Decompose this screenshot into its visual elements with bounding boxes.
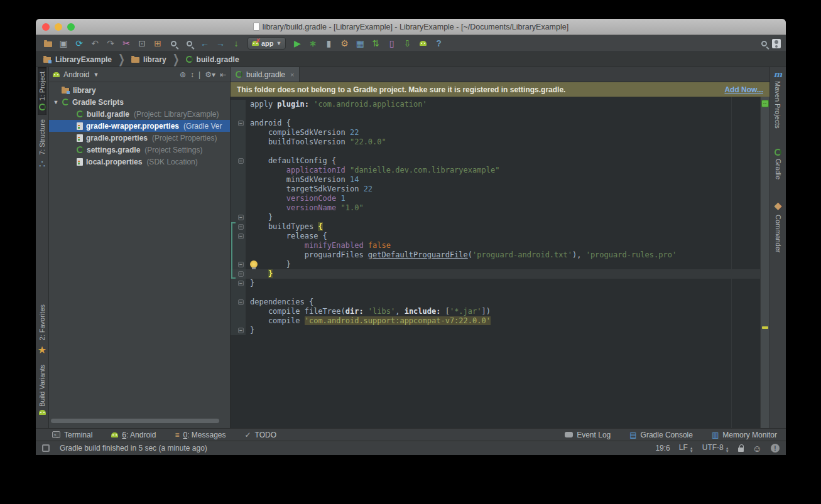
back-icon[interactable]: ←	[198, 37, 212, 50]
breadcrumb-item-build.gradle[interactable]: build.gradle	[185, 55, 241, 64]
project-view-selector[interactable]: Android	[63, 70, 89, 79]
code-line-6[interactable]	[231, 147, 760, 156]
expand-arrow-icon[interactable]: ▼	[53, 99, 59, 105]
code-line-11[interactable]: versionCode 1	[231, 194, 760, 203]
code-line-5[interactable]: buildToolsVersion "22.0.0"	[231, 137, 760, 147]
run-configuration-select[interactable]: ✗ app ▼	[247, 37, 286, 50]
tab-build-gradle[interactable]: build.gradle ×	[231, 67, 300, 82]
save-all-icon[interactable]: ▣	[57, 37, 70, 50]
locate-icon[interactable]: ⊕	[180, 70, 186, 79]
line-ending-select[interactable]: LF▲▼	[679, 443, 693, 453]
toolwindow-button-event-log[interactable]: Event Log	[565, 431, 611, 439]
search-everywhere-icon[interactable]	[761, 41, 767, 46]
tree-item-gradle-properties[interactable]: gradle.properties(Project Properties)	[49, 132, 230, 144]
android-tools-icon[interactable]: ⚙	[337, 37, 351, 50]
cut-icon[interactable]: ✂	[119, 37, 133, 50]
forward-icon[interactable]: →	[214, 37, 227, 50]
code-line-17[interactable]: proguardFiles getDefaultProguardFile('pr…	[231, 250, 760, 260]
toolwindow-button-memory-monitor[interactable]: ▥Memory Monitor	[712, 431, 777, 439]
copy-icon[interactable]: ⊡	[135, 37, 149, 50]
fold-marker-icon[interactable]: −	[238, 215, 244, 220]
fold-marker-icon[interactable]: −	[238, 158, 244, 164]
code-line-8[interactable]: applicationId "danielle.dev.com.librarye…	[231, 166, 760, 175]
tree-item-local-properties[interactable]: local.properties(SDK Location)	[49, 156, 230, 168]
fold-marker-icon[interactable]: −	[238, 328, 244, 333]
code-line-16[interactable]: minifyEnabled false	[231, 241, 760, 250]
tree-item-settings-gradle[interactable]: settings.gradle(Project Settings)	[49, 144, 230, 156]
inspector-hector-icon[interactable]: ☺	[753, 443, 762, 454]
code-line-13[interactable]: − }	[231, 213, 760, 222]
code-line-23[interactable]: compile fileTree(dir: 'libs', include: […	[231, 307, 760, 316]
tree-item-build-gradle[interactable]: build.gradle(Project: LibraryExample)	[49, 108, 230, 120]
add-now-link[interactable]: Add Now...	[724, 85, 763, 94]
device-monitor-icon[interactable]: ▯	[384, 37, 398, 50]
stripe-tab-2-favorites[interactable]: 2: Favorites★	[37, 300, 47, 360]
toolwindow-button-terminal[interactable]: >_Terminal	[52, 431, 92, 439]
code-line-20[interactable]: −}	[231, 279, 760, 288]
attach-debugger-icon[interactable]: ▮	[322, 37, 335, 50]
toolwindow-button-gradle-console[interactable]: ▤Gradle Console	[629, 431, 693, 439]
code-line-24[interactable]: compile 'com.android.support:appcompat-v…	[231, 316, 760, 326]
open-folder-icon[interactable]	[41, 37, 55, 50]
code-line-10[interactable]: targetSdkVersion 22	[231, 185, 760, 194]
toolwindow-toggle-icon[interactable]	[42, 444, 50, 452]
tree-item-library[interactable]: library	[49, 84, 230, 96]
code-line-7[interactable]: − defaultConfig {	[231, 156, 760, 166]
chevron-down-icon[interactable]: ▼	[93, 72, 99, 78]
make-project-icon[interactable]: ↓	[229, 37, 243, 50]
close-tab-icon[interactable]: ×	[290, 71, 294, 78]
code-line-3[interactable]: −android {	[231, 119, 760, 128]
android-icon[interactable]	[416, 37, 430, 50]
collapse-all-icon[interactable]: ↕	[190, 70, 194, 79]
notification-icon[interactable]: !	[771, 444, 780, 453]
fold-marker-icon[interactable]: −	[238, 281, 244, 286]
stripe-tab-build-variants[interactable]: Build Variants	[38, 360, 46, 419]
toolwindow-button-todo[interactable]: ✓TODO	[244, 431, 276, 439]
find-icon[interactable]	[166, 37, 180, 50]
encoding-select[interactable]: UTF-8▲▼	[702, 443, 729, 453]
title-bar[interactable]: library/build.gradle - [LibraryExample] …	[36, 19, 786, 35]
code-line-4[interactable]: compileSdkVersion 22	[231, 128, 760, 137]
toolwindow-button--android[interactable]: 6: Android	[111, 431, 156, 439]
code-editor[interactable]: apply plugin: 'com.android.application'−…	[231, 97, 760, 428]
paste-icon[interactable]: ⊞	[151, 37, 165, 50]
code-line-14[interactable]: − buildTypes {	[231, 222, 760, 232]
stripe-tab-7-structure[interactable]: 7: Structure∴	[38, 115, 46, 174]
horizontal-scrollbar[interactable]	[51, 419, 219, 423]
find-in-path-icon[interactable]	[182, 37, 196, 50]
debug-icon[interactable]: ∗	[306, 37, 320, 50]
sdk-manager-icon[interactable]: ⇩	[400, 37, 414, 50]
code-line-15[interactable]: − release {	[231, 232, 760, 241]
redo-icon[interactable]: ↷	[104, 37, 117, 50]
fold-marker-icon[interactable]: −	[238, 121, 244, 126]
tree-item-gradle-wrapper-properties[interactable]: gradle-wrapper.properties(Gradle Ver	[49, 120, 230, 132]
sync-refresh-icon[interactable]: ⟳	[72, 37, 86, 50]
stripe-tab-commander[interactable]: ◆Commander	[773, 195, 782, 257]
fold-marker-icon[interactable]: −	[238, 224, 244, 230]
sync-project-gradle-icon[interactable]: ⇅	[369, 37, 383, 50]
help-icon[interactable]: ?	[432, 37, 445, 50]
caret-position[interactable]: 19:6	[655, 444, 670, 453]
code-line-9[interactable]: minSdkVersion 14	[231, 175, 760, 185]
warning-marker[interactable]	[762, 326, 768, 329]
hide-panel-icon[interactable]: ⇤	[220, 70, 226, 79]
code-line-19[interactable]: − }	[231, 269, 760, 279]
code-line-22[interactable]: −dependencies {	[231, 298, 760, 307]
tree-item-gradle-scripts[interactable]: ▼Gradle Scripts	[49, 96, 230, 108]
avd-manager-icon[interactable]: ▦	[353, 37, 367, 50]
user-avatar-icon[interactable]	[772, 39, 781, 48]
code-line-1[interactable]: apply plugin: 'com.android.application'	[231, 100, 760, 109]
editor-error-stripe[interactable]	[760, 97, 769, 428]
toolwindow-button--messages[interactable]: ≡0: Messages	[175, 431, 226, 439]
code-line-21[interactable]	[231, 288, 760, 298]
stripe-tab-1-project[interactable]: 1: Project	[38, 67, 46, 115]
intention-bulb-icon[interactable]	[250, 260, 258, 268]
inspection-status-icon[interactable]	[761, 100, 769, 107]
code-line-2[interactable]	[231, 109, 760, 119]
fold-marker-icon[interactable]: −	[238, 299, 244, 305]
stripe-tab-maven-projects[interactable]: mMaven Projects	[773, 67, 783, 133]
stripe-tab-gradle[interactable]: Gradle	[774, 144, 783, 184]
fold-marker-icon[interactable]: −	[238, 262, 244, 267]
lock-icon[interactable]	[738, 448, 744, 452]
breadcrumb-item-libraryexample[interactable]: LibraryExample	[42, 55, 113, 64]
